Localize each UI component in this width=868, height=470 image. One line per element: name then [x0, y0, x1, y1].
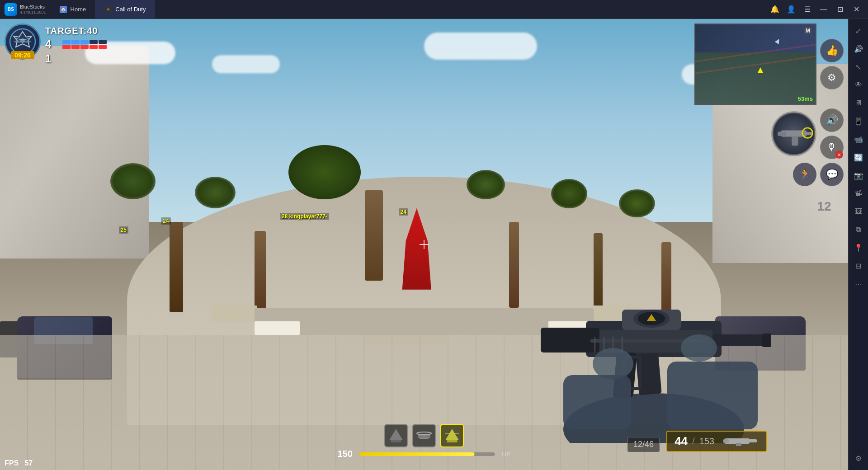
hp-bar-container: 150 HP: [338, 449, 511, 461]
killstreak-2[interactable]: [412, 424, 436, 447]
cod-favicon: ⚔: [104, 6, 112, 13]
ammo-area: 12/46 44 / 153: [627, 431, 767, 452]
titlebar-controls: 🔔 👤 ☰ — ⊡ ✕: [763, 2, 868, 17]
primary-ammo-display: 44 / 153: [666, 431, 767, 452]
sidebar-camera-icon[interactable]: 📷: [850, 167, 867, 183]
sidebar-panel-icon[interactable]: ⊟: [850, 258, 867, 274]
killstreak-3[interactable]: [440, 424, 464, 447]
hp-bar-fill: [359, 452, 475, 456]
game-viewport[interactable]: 12 25 24 28 kingplayer777- 24: [0, 19, 848, 470]
svg-marker-30: [389, 429, 403, 440]
killstreak-1[interactable]: [384, 424, 408, 447]
minimize-button[interactable]: —: [816, 2, 831, 17]
app-logo: BS BlueStacks 4.140.11.1001: [0, 3, 51, 16]
svg-rect-42: [736, 443, 741, 446]
hp-number: 150: [338, 449, 353, 459]
sidebar-video-icon[interactable]: 📽: [850, 185, 867, 202]
app-name-text: BlueStacks 4.140.11.1001: [20, 4, 46, 15]
bar-blue-empty-2: [99, 40, 107, 44]
secondary-ammo-display: 12/46: [627, 437, 660, 452]
svg-rect-26: [778, 132, 786, 136]
sidebar-more-icon[interactable]: ⋯: [850, 276, 867, 292]
like-button[interactable]: 👍: [820, 39, 844, 62]
game-btn-row-third: 🏃 💬: [793, 163, 844, 186]
minimap-m-marker: M: [804, 27, 812, 34]
hp-bar-bg: [359, 452, 495, 456]
chat-button[interactable]: 💬: [820, 163, 844, 186]
mic-muted-indicator: ✕: [835, 150, 843, 159]
ammo-weapon-icon: [722, 435, 759, 448]
svg-rect-37: [447, 440, 458, 442]
game-btn-row-second: 🔊 🎙 ✕: [771, 108, 844, 159]
score-enemy: 1: [45, 52, 59, 65]
bottom-ui: FPS 57: [0, 416, 848, 470]
bar-red-5: [99, 45, 107, 49]
hp-label: HP: [502, 451, 510, 458]
bar-blue-empty-1: [90, 40, 98, 44]
minimap-bg: ▲ ▲: [695, 24, 816, 104]
notification-button[interactable]: 🔔: [768, 2, 782, 17]
minimap: ▲ ▲ M 53ms: [694, 24, 816, 105]
bar-red-3: [80, 45, 89, 49]
bar-blue-1: [62, 40, 71, 44]
fps-counter: FPS 57: [5, 459, 33, 467]
sidebar-mobile-icon[interactable]: 📱: [850, 113, 867, 129]
ammo-main-count: 44: [675, 434, 688, 448]
minimap-player-marker: ▲: [755, 64, 765, 76]
maximize-button[interactable]: ⊡: [833, 2, 847, 17]
sidebar-settings-icon[interactable]: ⚙: [850, 450, 867, 466]
sidebar-location-icon[interactable]: 📍: [850, 240, 867, 256]
sidebar-window-icon[interactable]: ⧉: [850, 221, 867, 238]
score-panel: TARGET:40 4: [45, 24, 107, 65]
score-row-player: 4: [45, 38, 107, 51]
bar-red-4: [90, 45, 98, 49]
sidebar-eye-icon[interactable]: 👁: [850, 77, 867, 93]
svg-marker-36: [445, 429, 459, 440]
bluestacks-icon: BS: [5, 3, 17, 16]
game-overlay: 09:26 TARGET:40 4: [0, 19, 848, 470]
ammo-total-count: 153: [699, 436, 714, 446]
bar-red-2: [71, 45, 80, 49]
bar-red-1: [62, 45, 71, 49]
right-sidebar: ⤢ 🔊 ⤡ 👁 🖥 📱 📹 🔄 📷 📽 🖼 ⧉ 📍 ⊟ ⋯ ⚙: [848, 19, 868, 470]
home-favicon: 🏠: [60, 6, 67, 13]
minimap-ping: 53ms: [798, 95, 813, 102]
svg-rect-28: [792, 136, 798, 146]
sidebar-rotate-icon[interactable]: 🔄: [850, 149, 867, 165]
run-button[interactable]: 🏃: [793, 163, 816, 186]
score-row-enemy: 1: [45, 52, 107, 65]
svg-rect-27: [805, 132, 812, 135]
svg-rect-40: [723, 439, 729, 443]
bar-blue-2: [71, 40, 80, 44]
settings-button[interactable]: ⚙: [820, 66, 844, 89]
sidebar-fullscreen-icon[interactable]: ⤡: [850, 59, 867, 75]
player-avatar: 09:26: [5, 24, 41, 60]
score-player: 4: [45, 38, 59, 51]
sidebar-display-icon[interactable]: 🖥: [850, 95, 867, 111]
minimap-water: [695, 24, 816, 52]
hud-topleft: 09:26 TARGET:40 4: [5, 24, 107, 65]
game-btn-row-top: ▲ ▲ M 53ms 👍 ⚙: [694, 24, 844, 105]
sidebar-record-icon[interactable]: 📹: [850, 131, 867, 147]
sidebar-image-icon[interactable]: 🖼: [850, 203, 867, 220]
sidebar-volume-icon[interactable]: 🔊: [850, 41, 867, 57]
svg-point-23: [20, 38, 25, 43]
volume-button[interactable]: 🔊: [820, 108, 844, 132]
svg-point-35: [417, 432, 431, 435]
titlebar: BS BlueStacks 4.140.11.1001 🏠 Home ⚔ Cal…: [0, 0, 868, 19]
sidebar-expand-icon[interactable]: ⤢: [850, 23, 867, 39]
tab-call-of-duty[interactable]: ⚔ Call of Duty: [95, 0, 155, 19]
svg-rect-31: [391, 440, 401, 442]
menu-button[interactable]: ☰: [800, 2, 815, 17]
mic-button[interactable]: 🎙 ✕: [820, 136, 844, 159]
killstreak-row: [384, 424, 464, 447]
game-timer: 09:26: [11, 51, 34, 59]
tab-home[interactable]: 🏠 Home: [51, 0, 96, 19]
svg-rect-41: [748, 439, 757, 442]
close-button[interactable]: ✕: [849, 2, 863, 17]
weapon-wheel[interactable]: [771, 111, 816, 156]
target-label: TARGET:40: [45, 26, 107, 36]
account-button[interactable]: 👤: [784, 2, 798, 17]
hud-topright: ▲ ▲ M 53ms 👍 ⚙: [694, 24, 844, 186]
bar-blue-3: [80, 40, 89, 44]
